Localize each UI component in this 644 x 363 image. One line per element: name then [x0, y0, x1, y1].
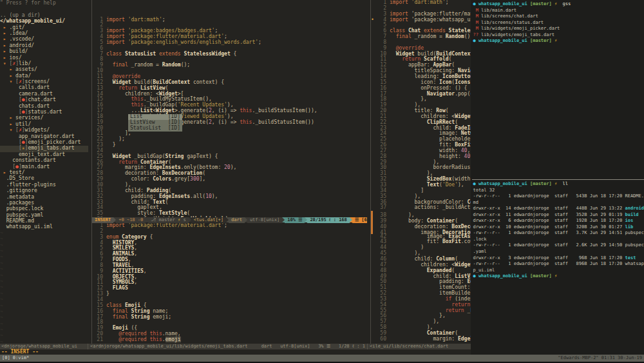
tree-arrow-icon: ▸ [9, 66, 12, 72]
code-line: 12 FLAGS [92, 286, 367, 291]
code-line: 39 body: Container( [371, 217, 471, 222]
code-line: 23 } [92, 142, 367, 148]
ls-output-line: .yaml [473, 249, 644, 255]
statusline-filepath: <ardnjoroge/whatsapp_mobile_ui/lib/widge… [90, 344, 247, 349]
airline-segment: <tus.dat[+] [191, 217, 226, 223]
ls-output-line: total 32 [473, 188, 644, 194]
gitgutter-sign [371, 222, 373, 228]
code-line: 1import 'package:flutter/material.dart'; [92, 223, 367, 229]
ls-output-line: drwxr-xr-x 3 edwardnjoroge staff 96B Jun… [473, 255, 644, 262]
airline-segment: INSERT [92, 217, 113, 223]
ls-output-line: drwxr-xr-x 11 edwardnjoroge staff 352B J… [473, 212, 644, 219]
code-line: 9 final _random = Random(); [92, 63, 367, 68]
code-line: 6 ANIMALS, [92, 251, 367, 257]
gitgutter-sign [371, 228, 373, 234]
tree-arrow-icon: ▸ [3, 55, 6, 61]
tree-arrow-icon: ▾ [3, 61, 6, 66]
git-status-line: M lib/widgets/emoji_picker.dart [473, 26, 644, 32]
airline-segment: +0 ~18 -0 [116, 217, 146, 223]
ls-output-line: md [473, 200, 644, 206]
airline-segment: 20/195 ℓ : 168 [307, 217, 349, 223]
ls-output-line: -rw-r--r-- 1 edwardnjoroge staff 3.7K Ju… [473, 230, 644, 237]
prompt-dot-icon: ● [473, 181, 475, 186]
code-line: 7class StatusList extends StatelessWidge… [92, 52, 367, 57]
ls-output-line: -rw-r--r-- 1 edwardnjoroge staff 543B Ju… [473, 193, 644, 200]
code-line: 21 ], [92, 131, 367, 137]
airline-segment: 10% ☰ [285, 217, 305, 223]
emoji-tabs-statusline: <ardnjoroge/whatsapp_mobile_ui/lib/widge… [88, 344, 368, 349]
vim-mode-indicator: -- INSERT -- [0, 349, 471, 355]
ls-output-line: drwxr-xr-x 14 edwardnjoroge staff 448B J… [473, 206, 644, 212]
git-status-line: M lib/screens/chat.dart [473, 14, 644, 20]
code-line: 60 margin: EdgeIns [371, 337, 471, 342]
inactive-statuslines: <dnjoroge/whatsapp_mobile_ui <ardnjoroge… [0, 344, 471, 349]
airline-segment: dart [229, 217, 245, 223]
ls-output-line: drwxr-xr-x 10 edwardnjoroge staff 320B J… [473, 224, 644, 231]
terminal-ls-output[interactable]: ● whatsapp_mobile_ui [master] ⚡ lltotal … [471, 180, 644, 355]
tree-arrow-icon: ▸ [3, 25, 6, 30]
vim-windows: " Press ? for help.. (up a dir)</whatsap… [0, 0, 471, 344]
code-line: 38 ), [371, 211, 471, 217]
gitgutter-sign: • [371, 17, 375, 23]
tree-arrow-icon: ▸ [9, 115, 12, 121]
tree-arrow-icon: ▸ [3, 170, 6, 175]
code-line: 13} [92, 291, 367, 297]
prompt-bolt-icon: ⚡ [554, 1, 557, 6]
tree-arrow-icon: ▸ [9, 73, 12, 79]
git-status-line: M lib/main.dart [473, 8, 644, 14]
code-line: 22 ); [92, 137, 367, 142]
code-line: 5import 'package:english_words/english_w… [92, 40, 367, 46]
code-line: 29 color: Colors.grey[300], [92, 177, 367, 182]
autocomplete-popup[interactable]: List[ID]ListView[ID]StatusList[ID] [128, 114, 182, 132]
gitgutter-sign [371, 217, 373, 222]
tree-arrow-icon: ▸ [3, 30, 6, 36]
ls-output-line: p_ui.iml [473, 268, 644, 274]
prompt-bolt-icon: ⚡ [554, 273, 557, 279]
tree-arrow-icon: ▸ [3, 36, 6, 42]
code-line: 17 final String emoji; [92, 315, 367, 320]
git-status-line: M lib/screens/status.dart [473, 20, 644, 26]
nerdtree-help: " Press ? for help [0, 1, 88, 6]
prompt-bolt-icon: ⚡ [554, 38, 557, 43]
git-status-line: ?? lib/widgets/emoji_tabs.dart [473, 32, 644, 39]
tmux-host-clock: "Edwards-MBP-2" 01:31 30-Jun-19 [558, 355, 642, 362]
code-line: 1import 'dart:math'; [92, 17, 367, 23]
tree-arrow-icon: ▸ [3, 43, 6, 48]
tree-arrow-icon: ▾ [9, 79, 12, 84]
editor-emoji-tabs-dart[interactable]: 1import 'package:flutter/material.dart';… [92, 223, 367, 344]
prompt-dot-icon: ● [473, 38, 475, 43]
ls-output-line: drwxr-xr-x 6 edwardnjoroge staff 192B Ju… [473, 218, 644, 224]
airline-statusbar: INSERT+0 ~18 -0⎇ master ⚡ s<tus.dat[+]da… [92, 217, 367, 223]
gitgutter-sign [371, 211, 373, 217]
terminal-git-status[interactable]: ● whatsapp_mobile_ui [master] ⚡ gss M li… [471, 0, 644, 179]
nerdtree-item-whatsapp-ui-iml[interactable]: whatsapp_ui.iml [0, 224, 88, 230]
tree-arrow-icon: ▸ [9, 121, 12, 127]
shell-prompt: ● whatsapp_mobile_ui [master] ⚡ gss [473, 1, 644, 8]
completion-item[interactable]: StatusList[ID] [128, 126, 182, 132]
code-line: 21 @required this.emoji [92, 337, 367, 343]
code-line: 40 decoration: BoxDecora [371, 222, 471, 228]
statusline-meta: dart utf-8[unix] 3% ☰ 1/28 ℓ : 1 [261, 344, 365, 349]
editor-chat-dart[interactable]: 1import 'dart:math';23import 'package:fl… [371, 0, 471, 344]
code-line: 36 fontWeight: FontWeight.bold, [92, 217, 367, 217]
tree-arrow-icon: ▾ [9, 127, 12, 133]
tmux-status-bar: [0] 0:vim* "Edwards-MBP-2" 01:31 30-Jun-… [0, 355, 644, 362]
prompt-dot-icon: ● [473, 1, 475, 6]
ls-output-line: -rw-r--r-- 1 edwardnjoroge staff 2.6K Ju… [473, 242, 644, 249]
tmux-session: " Press ? for help.. (up a dir)</whatsap… [0, 0, 644, 363]
tmux-window-list[interactable]: [0] 0:vim* [2, 355, 558, 362]
middle-column: List[ID]ListView[ID]StatusList[ID] 1impo… [92, 0, 367, 344]
editor-status-dart[interactable]: List[ID]ListView[ID]StatusList[ID] 1impo… [92, 0, 367, 217]
tmux-window: " Press ? for help.. (up a dir)</whatsap… [0, 0, 644, 355]
code-line: 11 SYMBOLS, [92, 280, 367, 286]
shell-prompt: ● whatsapp_mobile_ui [master] ⚡ ll [473, 181, 644, 188]
nerdtree-file-explorer[interactable]: " Press ? for help.. (up a dir)</whatsap… [0, 0, 88, 344]
ls-output-line: -rw-r--r-- 1 edwardnjoroge staff 896B Ju… [473, 261, 644, 268]
shell-prompt: ● whatsapp_mobile_ui [master] ⚡ [473, 273, 644, 280]
airline-segment: utf-8[unix] [247, 217, 282, 223]
shell-prompt: ● whatsapp_mobile_ui [master] ⚡ [473, 38, 644, 44]
tree-arrow-icon: ▸ [3, 48, 6, 54]
prompt-dot-icon: ● [473, 273, 475, 279]
terminal-column: ● whatsapp_mobile_ui [master] ⚡ gss M li… [471, 0, 644, 355]
airline-segment: ⎇ master ⚡ s [148, 217, 188, 223]
